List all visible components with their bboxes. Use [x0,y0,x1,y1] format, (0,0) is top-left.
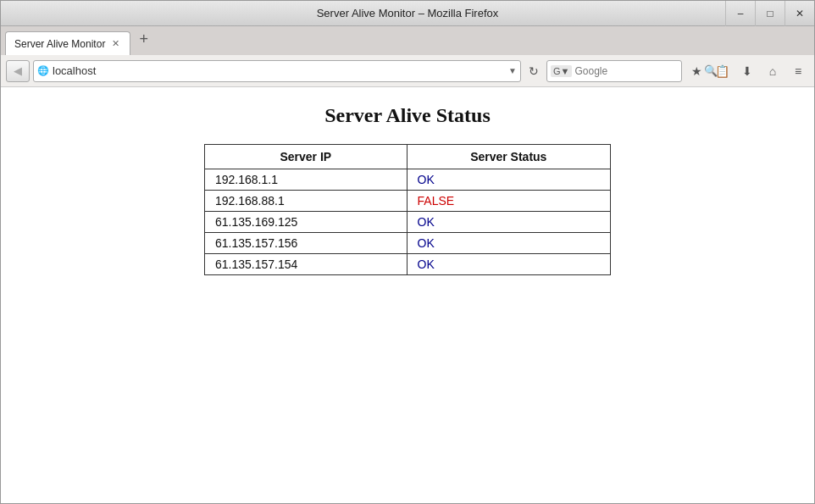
menu-button[interactable]: ≡ [787,60,809,82]
cell-ip: 61.135.169.125 [205,212,408,233]
search-input[interactable] [574,65,701,77]
maximize-button[interactable]: □ [755,1,785,26]
address-globe-icon: 🌐 [37,65,49,76]
cell-ip: 192.168.1.1 [205,169,408,191]
cell-status: FALSE [407,191,610,212]
download-button[interactable]: ⬇ [736,60,758,82]
search-provider-button[interactable]: G▼ [551,65,572,77]
cell-status: OK [407,254,610,275]
address-dropdown-icon[interactable]: ▼ [508,66,517,75]
new-tab-button[interactable]: + [134,30,153,48]
cell-status: OK [407,212,610,233]
close-button[interactable]: ✕ [785,1,814,26]
bookmark-star-button[interactable]: ★ [685,60,707,82]
cell-ip: 61.135.157.154 [205,254,408,275]
cell-status: OK [407,233,610,254]
table-row: 61.135.169.125OK [205,212,611,233]
address-input[interactable] [53,64,505,77]
table-row: 61.135.157.156OK [205,233,611,254]
minimize-button[interactable]: – [725,1,755,26]
table-row: 192.168.88.1FALSE [205,191,611,212]
cell-ip: 192.168.88.1 [205,191,408,212]
refresh-button[interactable]: ↻ [524,60,543,82]
cell-status: OK [407,169,610,191]
tab-bar: Server Alive Monitor ✕ + [1,26,814,55]
table-row: 192.168.1.1OK [205,169,611,191]
tab-close-icon[interactable]: ✕ [110,38,121,49]
col-header-status: Server Status [407,145,610,169]
col-header-ip: Server IP [205,145,408,169]
tab-label: Server Alive Monitor [14,38,105,50]
window-title: Server Alive Monitor – Mozilla Firefox [317,7,499,19]
page-title: Server Alive Status [18,104,797,127]
home-button[interactable]: ⌂ [762,60,784,82]
title-bar: Server Alive Monitor – Mozilla Firefox –… [1,1,814,26]
back-button[interactable]: ◀ [6,60,30,82]
bookmarks-button[interactable]: 📋 [711,60,733,82]
table-row: 61.135.157.154OK [205,254,611,275]
page-content: Server Alive Status Server IP Server Sta… [1,87,814,503]
browser-tab-active[interactable]: Server Alive Monitor ✕ [5,31,130,55]
cell-ip: 61.135.157.156 [205,233,408,254]
window-controls: – □ ✕ [725,1,814,26]
address-bar-container[interactable]: 🌐 ▼ [33,60,521,82]
nav-bar: ◀ 🌐 ▼ ↻ G▼ 🔍 ★ 📋 ⬇ ⌂ ≡ [1,55,814,87]
status-table: Server IP Server Status 192.168.1.1OK192… [204,144,611,275]
browser-window: Server Alive Monitor – Mozilla Firefox –… [0,0,815,504]
search-bar-container[interactable]: G▼ 🔍 [546,60,682,82]
